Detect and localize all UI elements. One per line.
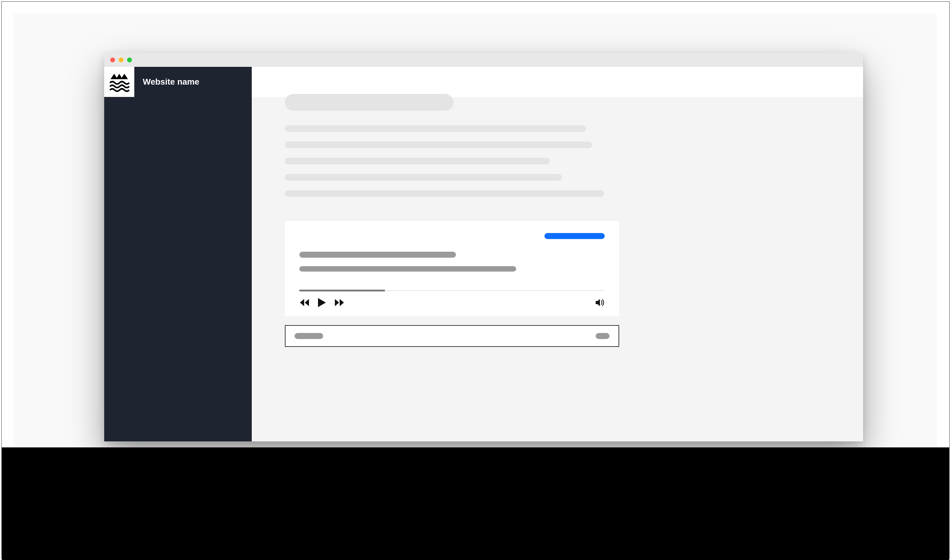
text-line-skeleton: [285, 158, 550, 165]
site-name[interactable]: Website name: [143, 77, 199, 87]
svg-marker-5: [318, 298, 326, 307]
logo-icon: [109, 71, 130, 92]
text-line-skeleton: [285, 174, 562, 181]
page-title-skeleton: [285, 94, 454, 111]
browser-window: Website name: [104, 53, 863, 442]
svg-marker-6: [335, 299, 339, 306]
forward-icon: [334, 298, 345, 307]
window-body: Website name: [104, 67, 863, 442]
close-icon[interactable]: [110, 57, 115, 62]
rewind-button[interactable]: [299, 298, 309, 307]
card-action-row: [299, 233, 605, 239]
text-line-skeleton: [285, 125, 586, 132]
window-title-bar: [104, 53, 863, 67]
header-strip: [252, 67, 863, 97]
main-content: [252, 67, 863, 442]
transcript-accordion[interactable]: [285, 325, 619, 347]
transcript-toggle-skeleton: [596, 333, 609, 339]
bottom-black-band: [2, 448, 949, 560]
text-line-skeleton: [285, 142, 592, 148]
player-controls: [299, 297, 605, 308]
volume-button[interactable]: [595, 298, 605, 307]
rewind-icon: [299, 298, 309, 307]
sidebar: Website name: [104, 67, 252, 442]
card-action-link[interactable]: [545, 233, 605, 239]
audio-progress[interactable]: [299, 290, 605, 291]
brand-row: Website name: [104, 67, 252, 97]
text-line-skeleton: [285, 190, 604, 197]
transcript-label-skeleton: [294, 333, 323, 339]
audio-player-card: [285, 221, 619, 316]
svg-marker-3: [300, 299, 304, 306]
zoom-icon[interactable]: [127, 57, 132, 62]
progress-fill: [299, 290, 385, 291]
outer-frame: Website name: [1, 1, 950, 559]
site-logo[interactable]: [104, 67, 134, 97]
minimize-icon[interactable]: [118, 57, 123, 62]
svg-marker-2: [121, 74, 128, 79]
play-icon: [317, 297, 326, 308]
track-title-skeleton: [299, 252, 456, 258]
svg-marker-8: [596, 299, 600, 306]
svg-marker-7: [340, 299, 344, 306]
paragraph-skeleton-group: [285, 125, 836, 197]
canvas-area: Website name: [14, 14, 937, 448]
forward-button[interactable]: [334, 298, 345, 307]
article-area: [285, 94, 836, 347]
track-subtitle-skeleton: [299, 266, 516, 272]
play-button[interactable]: [317, 297, 326, 308]
svg-marker-4: [305, 299, 309, 306]
volume-icon: [595, 298, 605, 307]
